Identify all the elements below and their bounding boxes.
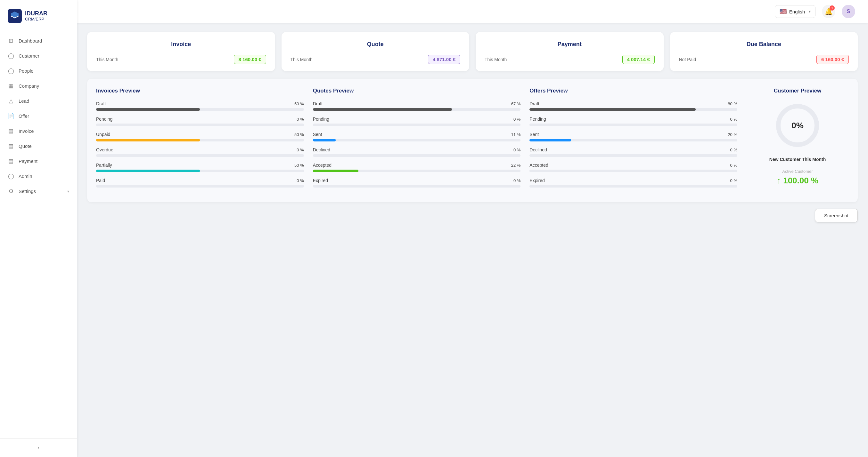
stat-row: Pending 0 %	[96, 117, 304, 126]
stat-label: Expired	[313, 178, 328, 183]
progress-track	[529, 185, 737, 188]
stat-row: Draft 67 %	[313, 101, 521, 111]
progress-track	[529, 108, 737, 111]
stat-header: Pending 0 %	[96, 117, 304, 122]
invoice-value: 8 160.00 €	[234, 55, 266, 64]
language-selector[interactable]: 🇺🇸 English ▾	[775, 5, 815, 18]
invoice-card-title: Invoice	[96, 41, 266, 48]
progress-track	[529, 170, 737, 172]
stat-label: Sent	[529, 132, 539, 137]
payment-card: Payment This Month 4 007.14 €	[476, 32, 664, 71]
stat-label: Pending	[313, 117, 329, 122]
sidebar-item-lead[interactable]: △ Lead	[0, 93, 77, 108]
quote-card-title: Quote	[290, 41, 461, 48]
sidebar-item-label: Invoice	[19, 128, 34, 134]
chevron-down-icon: ▾	[809, 9, 811, 14]
progress-track	[529, 139, 737, 141]
stat-row: Unpaid 50 %	[96, 132, 304, 141]
customer-preview-title: Customer Preview	[774, 88, 821, 94]
stat-label: Pending	[529, 117, 546, 122]
stat-row: Paid 0 %	[96, 178, 304, 188]
stat-row: Accepted 0 %	[529, 163, 737, 172]
stat-header: Accepted 22 %	[313, 163, 521, 168]
quotes-stats: Draft 67 % Pending 0 % Sent 11 %	[313, 101, 521, 188]
quote-value: 4 871.00 €	[428, 55, 460, 64]
sidebar-item-label: Payment	[19, 158, 37, 164]
stat-row: Overdue 0 %	[96, 147, 304, 157]
sidebar-item-label: Customer	[19, 53, 39, 59]
sidebar-item-dashboard[interactable]: ⊞ Dashboard	[0, 33, 77, 48]
stat-header: Expired 0 %	[313, 178, 521, 183]
progress-track	[96, 108, 304, 111]
flag-icon: 🇺🇸	[780, 8, 787, 15]
progress-fill	[313, 108, 452, 111]
collapse-button[interactable]: ‹	[37, 445, 39, 451]
quotes-preview-col: Quotes Preview Draft 67 % Pending 0 %	[313, 88, 521, 193]
stat-row: Accepted 22 %	[313, 163, 521, 172]
stat-pct: 50 %	[294, 101, 304, 106]
progress-track	[96, 139, 304, 141]
stat-row: Partially 50 %	[96, 163, 304, 172]
lead-icon: △	[8, 98, 14, 104]
stat-pct: 0 %	[297, 117, 304, 122]
sidebar-item-admin[interactable]: ◯ Admin	[0, 169, 77, 184]
people-icon: ◯	[8, 68, 14, 74]
progress-fill	[96, 139, 200, 141]
avatar[interactable]: S	[842, 5, 855, 18]
sidebar-item-label: Admin	[19, 173, 32, 179]
stat-header: Accepted 0 %	[529, 163, 737, 168]
new-customer-label: New Customer This Month	[769, 157, 826, 162]
progress-fill	[96, 170, 200, 172]
stat-label: Partially	[96, 163, 112, 168]
sidebar-item-payment[interactable]: ▤ Payment	[0, 154, 77, 169]
progress-fill	[313, 139, 336, 141]
payment-value: 4 007.14 €	[622, 55, 655, 64]
notification-badge: 1	[830, 5, 835, 10]
stat-pct: 0 %	[297, 178, 304, 183]
stat-label: Accepted	[529, 163, 548, 168]
sidebar-item-settings[interactable]: ⚙ Settings ▾	[0, 184, 77, 199]
screenshot-button[interactable]: Screenshot	[815, 209, 858, 222]
progress-track	[313, 170, 521, 172]
customer-preview-col: Customer Preview 0% New Customer This Mo…	[746, 88, 849, 193]
progress-track	[313, 139, 521, 141]
sidebar-item-offer[interactable]: 📄 Offer	[0, 108, 77, 124]
chevron-down-icon: ▾	[67, 189, 69, 194]
stat-label: Accepted	[313, 163, 332, 168]
stat-header: Overdue 0 %	[96, 147, 304, 152]
donut-chart: 0%	[772, 100, 823, 151]
sidebar-item-invoice[interactable]: ▤ Invoice	[0, 124, 77, 138]
quote-card: Quote This Month 4 871.00 €	[282, 32, 470, 71]
progress-track	[313, 185, 521, 188]
stat-header: Draft 80 %	[529, 101, 737, 106]
offers-preview-col: Offers Preview Draft 80 % Pending 0 %	[529, 88, 737, 193]
stat-pct: 0 %	[730, 117, 737, 122]
active-customer-pct: ↑ 100.00 %	[777, 176, 818, 186]
progress-track	[529, 124, 737, 126]
sidebar-item-customer[interactable]: ◯ Customer	[0, 48, 77, 63]
main-area: 🇺🇸 English ▾ 🔔 1 S Invoice This Month 8 …	[77, 0, 868, 457]
payment-icon: ▤	[8, 158, 14, 164]
progress-track	[96, 124, 304, 126]
stat-row: Declined 0 %	[313, 147, 521, 157]
quotes-preview-title: Quotes Preview	[313, 88, 521, 94]
sidebar-item-label: Offer	[19, 113, 29, 119]
stat-row: Draft 80 %	[529, 101, 737, 111]
admin-icon: ◯	[8, 173, 14, 179]
stat-header: Declined 0 %	[529, 147, 737, 152]
sidebar: iDURAR CRM/ERP ⊞ Dashboard ◯ Customer ◯ …	[0, 0, 77, 457]
stat-header: Expired 0 %	[529, 178, 737, 183]
progress-fill	[529, 139, 571, 141]
progress-track	[313, 154, 521, 157]
company-icon: ▦	[8, 83, 14, 89]
stat-header: Pending 0 %	[313, 117, 521, 122]
sidebar-item-company[interactable]: ▦ Company	[0, 78, 77, 93]
sidebar-item-label: People	[19, 68, 34, 74]
stat-pct: 0 %	[730, 178, 737, 183]
sidebar-nav: ⊞ Dashboard ◯ Customer ◯ People ▦ Compan…	[0, 31, 77, 438]
sidebar-item-quote[interactable]: ▤ Quote	[0, 138, 77, 154]
stat-pct: 80 %	[728, 101, 737, 106]
notifications-button[interactable]: 🔔 1	[822, 5, 835, 18]
sidebar-item-people[interactable]: ◯ People	[0, 63, 77, 78]
stat-header: Sent 11 %	[313, 132, 521, 137]
